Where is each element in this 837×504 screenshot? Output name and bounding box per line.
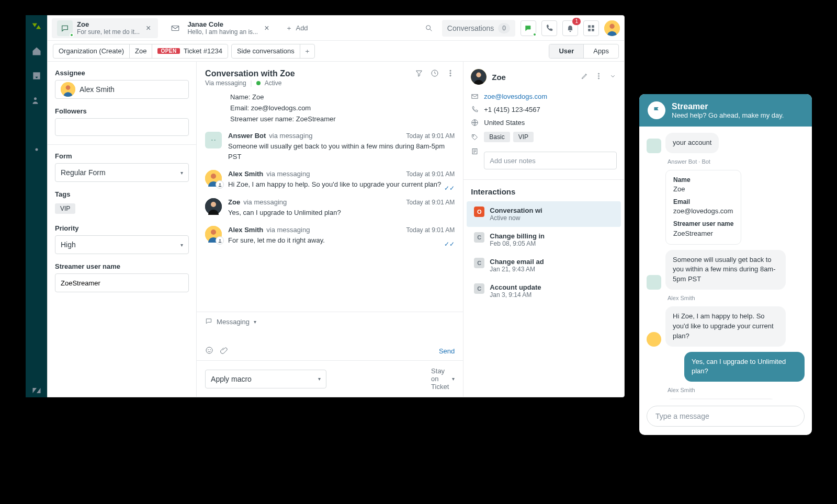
breadcrumb-group: Organization (Create) Zoe OPEN Ticket #1… [53,44,228,59]
conversation-title: Conversation with Zoe [205,69,415,78]
tab-close-icon[interactable]: × [262,24,271,33]
svg-point-30 [477,73,481,77]
crumb-person[interactable]: Zoe [130,44,152,58]
tab-title: Janae Cole [187,20,258,29]
nav-rail [26,15,47,397]
nav-reports-icon[interactable] [31,120,42,132]
history-icon[interactable] [431,69,439,79]
notif-badge: 1 [572,18,581,25]
interaction-item[interactable]: O Conversation wiActive now [467,201,621,227]
chat-bubble: Someone will usually get back to you wit… [665,250,786,290]
conversations-chip[interactable]: Conversations 0 [442,20,515,37]
emoji-icon[interactable] [205,346,213,356]
agent-badge-icon [216,236,224,245]
side-conv-add-icon[interactable]: ＋ [300,44,314,58]
attachment-icon[interactable] [220,346,228,356]
chat-input[interactable]: Type a message [647,406,805,427]
nav-people-icon[interactable] [31,95,42,107]
more-icon[interactable] [595,72,603,82]
add-user-notes[interactable]: Add user notes [484,152,617,169]
current-user-avatar[interactable] [604,20,620,36]
svg-rect-2 [172,26,179,30]
composer-channel[interactable]: Messaging [217,318,250,326]
apps-grid-icon[interactable] [583,20,599,36]
toggle-apps[interactable]: Apps [583,44,618,58]
add-tab-button[interactable]: ＋ Add [280,24,313,33]
user-phone-row[interactable]: +1 (415) 123-4567 [471,103,617,116]
edit-icon[interactable] [581,72,589,82]
svg-rect-4 [589,25,591,27]
widget-subtitle: Need help? Go ahead, make my day. [672,111,784,119]
user-name: Zoe [492,73,506,82]
read-receipt-icon: ✓✓ [444,240,455,248]
tag-chip[interactable]: Basic [484,132,510,142]
info-name: Name: Zoe [230,92,455,103]
chevron-down-icon[interactable] [609,72,617,82]
toggle-user[interactable]: User [549,44,583,58]
filter-icon[interactable] [415,69,423,79]
stay-on-ticket[interactable]: Stay on Ticket ▾ [431,367,455,391]
tab-subtitle: For sure, let me do it... [77,28,140,36]
nav-settings-icon[interactable] [31,144,42,156]
conversations-count: 0 [498,23,510,33]
priority-field[interactable]: High▾ [55,235,189,254]
crumb-ticket[interactable]: OPEN Ticket #1234 [152,44,228,58]
streamer-field[interactable] [55,273,189,292]
chat-bubble: your account [665,133,719,153]
send-button[interactable]: Send [439,347,455,355]
svg-point-17 [214,140,216,141]
chat-widget-body: your account Answer Bot · Bot Name Zoe E… [639,127,812,399]
interaction-item[interactable]: C Change billing inFeb 08, 9:05 AM [471,227,617,253]
message-list: Name: Zoe Email: zoe@lovedogs.com Stream… [197,92,463,312]
search-icon[interactable] [421,20,437,36]
user-notes-row: Add user notes [471,145,617,179]
assignee-label: Assignee [55,69,189,77]
phone-icon[interactable] [541,20,557,36]
svg-rect-7 [592,29,594,31]
status-label: Active [265,79,282,87]
assignee-avatar [61,82,75,97]
svg-point-11 [66,85,71,90]
tab-close-icon[interactable]: × [144,24,153,33]
chat-widget: Streamer Need help? Go ahead, make my da… [639,94,812,435]
status-closed-icon: C [474,258,484,268]
tag-chip[interactable]: VIP [513,132,534,142]
assignee-field[interactable]: Alex Smith [55,80,189,99]
tag-chip[interactable]: VIP [55,203,75,214]
bot-avatar-icon [205,132,222,148]
nav-inbox-icon[interactable] [31,71,42,83]
svg-point-9 [609,24,614,28]
status-closed-icon: C [474,283,484,294]
followers-field[interactable] [55,118,189,136]
agent-avatar [205,226,222,243]
interaction-item[interactable]: C Account updateJan 3, 9:14 AM [471,278,617,304]
tab-zoe[interactable]: Zoe For sure, let me do it... × [52,18,158,38]
side-conversations: Side conversations ＋ [231,44,315,59]
bot-avatar-icon [647,139,661,153]
talk-icon[interactable] [521,20,536,36]
user-email-row[interactable]: zoe@lovesdogs.com [471,90,617,103]
svg-point-26 [206,347,212,353]
message-item: Alex Smithvia messagingToday at 9:01 AM … [205,170,455,190]
chat-author-label: Alex Smith [647,387,805,393]
tab-title: Zoe [77,20,140,29]
svg-point-0 [34,97,37,100]
form-field[interactable]: Regular Form▾ [55,163,189,182]
more-icon[interactable] [446,69,455,79]
crumb-org[interactable]: Organization (Create) [53,44,130,58]
interaction-item[interactable]: C Change email adJan 21, 9:43 AM [471,253,617,278]
svg-point-27 [208,349,209,350]
chat-bubble: Hi Zoe, I am happy to help. So you'd lik… [665,306,786,347]
info-email: Email: zoe@lovedogs.com [230,103,455,114]
svg-rect-6 [589,29,591,31]
tab-janae[interactable]: Janae Cole Hello, I am having an is... × [162,18,276,38]
chevron-down-icon: ▾ [452,376,455,382]
apply-macro[interactable]: Apply macro▾ [205,370,326,388]
svg-point-22 [211,202,216,207]
side-conv-label[interactable]: Side conversations [232,47,300,55]
notifications-icon[interactable]: 1 [562,20,578,36]
context-toggle: User Apps [549,44,619,59]
nav-home-icon[interactable] [31,46,42,58]
assignee-value: Alex Smith [80,85,115,94]
svg-point-20 [219,183,221,185]
